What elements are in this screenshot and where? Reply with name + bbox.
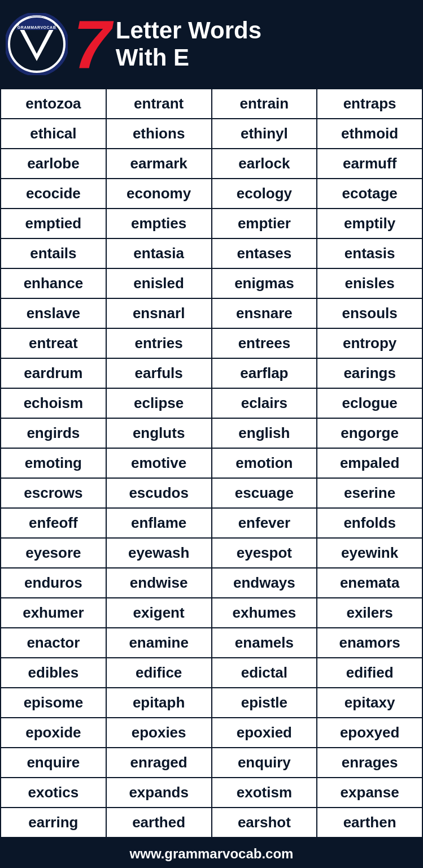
word-cell: empaled [317,448,422,478]
word-cell: earmuff [317,149,422,179]
word-cell: ensnare [212,298,317,328]
word-cell: ethions [106,119,212,149]
table-row: entreatentriesentreesentropy [1,328,422,358]
table-row: ecocideeconomyecologyecotage [1,179,422,209]
word-cell: earlock [212,149,317,179]
word-cell: expanse [317,778,422,808]
word-cell: emotion [212,448,317,478]
word-cell: ethinyl [212,119,317,149]
table-row: echoismeclipseeclairseclogue [1,388,422,418]
word-cell: escuage [212,478,317,508]
table-row: ediblesedificeedictaledified [1,658,422,688]
word-cell: edibles [1,658,106,688]
word-cell: earshot [212,808,317,837]
word-cell: english [212,418,317,448]
word-cell: entasia [106,238,212,268]
word-cell: enduros [1,568,106,598]
table-row: episomeepitaphepistleepitaxy [1,688,422,718]
word-cell: escrows [1,478,106,508]
table-row: entozoaentrantentrainentraps [1,89,422,119]
word-cell: enamels [212,628,317,658]
word-cell: enactor [1,628,106,658]
word-cell: emotive [106,448,212,478]
table-row: engirdsenglutsenglishengorge [1,418,422,448]
word-cell: emptier [212,209,317,238]
word-cell: endwise [106,568,212,598]
word-cell: eserine [317,478,422,508]
word-cell: engluts [106,418,212,448]
word-cell: engorge [317,418,422,448]
word-cell: earfuls [106,358,212,388]
table-row: enhanceenisledenigmasenisles [1,268,422,298]
word-cell: echoism [1,388,106,418]
table-row: exoticsexpandsexotismexpanse [1,778,422,808]
word-cell: ecology [212,179,317,209]
word-cell: escudos [106,478,212,508]
word-cell: entrees [212,328,317,358]
word-cell: engirds [1,418,106,448]
table-row: escrowsescudosescuageeserine [1,478,422,508]
header: GRAMMARVOCAB 7 Letter Words With E [0,0,423,88]
word-cell: entraps [317,89,422,119]
word-cell: enisles [317,268,422,298]
table-row: exhumerexigentexhumesexilers [1,598,422,628]
word-cell: exhumes [212,598,317,628]
word-cell: entails [1,238,106,268]
word-cell: earmark [106,149,212,179]
word-cell: exhumer [1,598,106,628]
word-cell: epitaph [106,688,212,718]
word-cell: enrages [317,748,422,778]
word-cell: ensnarl [106,298,212,328]
word-cell: enamine [106,628,212,658]
word-cell: entozoa [1,89,106,119]
table-row: emptiedemptiesemptieremptily [1,209,422,238]
word-cell: eclogue [317,388,422,418]
word-cell: epoxied [212,718,317,748]
word-cell: enslave [1,298,106,328]
word-cell: ecotage [317,179,422,209]
table-row: emotingemotiveemotionempaled [1,448,422,478]
word-cell: enquiry [212,748,317,778]
word-cell: eardrum [1,358,106,388]
page-title: Letter Words With E [116,17,261,72]
word-cell: eyewash [106,538,212,568]
word-cell: emoting [1,448,106,478]
logo: GRAMMARVOCAB [6,13,68,75]
word-cell: exotism [212,778,317,808]
table-row: earringearthedearshotearthen [1,808,422,837]
word-cell: enhance [1,268,106,298]
word-cell: epistle [212,688,317,718]
table-row: entailsentasiaentasesentasis [1,238,422,268]
table-row: enslaveensnarlensnareensouls [1,298,422,328]
word-cell: exigent [106,598,212,628]
word-cell: empties [106,209,212,238]
word-cell: ethmoid [317,119,422,149]
word-cell: edified [317,658,422,688]
word-cell: eyesore [1,538,106,568]
word-cell: eclairs [212,388,317,418]
word-cell: eyespot [212,538,317,568]
title-block: 7 Letter Words With E [73,10,412,78]
table-row: enactorenamineenamelsenamors [1,628,422,658]
footer: www.grammarvocab.com [0,838,423,868]
word-cell: enflame [106,508,212,538]
word-cell: earring [1,808,106,837]
table-row: endurosendwiseendwaysenemata [1,568,422,598]
word-cell: epitaxy [317,688,422,718]
word-cell: economy [106,179,212,209]
table-row: enfeoffenflameenfeverenfolds [1,508,422,538]
word-cell: exotics [1,778,106,808]
word-cell: ensouls [317,298,422,328]
word-cell: ethical [1,119,106,149]
word-cell: entries [106,328,212,358]
word-cell: earlobe [1,149,106,179]
word-cell: enamors [317,628,422,658]
word-cell: entropy [317,328,422,358]
word-cell: emptied [1,209,106,238]
word-cell: entreat [1,328,106,358]
word-cell: enemata [317,568,422,598]
word-cell: exilers [317,598,422,628]
svg-text:GRAMMARVOCAB: GRAMMARVOCAB [18,25,56,29]
word-cell: epoxies [106,718,212,748]
word-cell: enfever [212,508,317,538]
